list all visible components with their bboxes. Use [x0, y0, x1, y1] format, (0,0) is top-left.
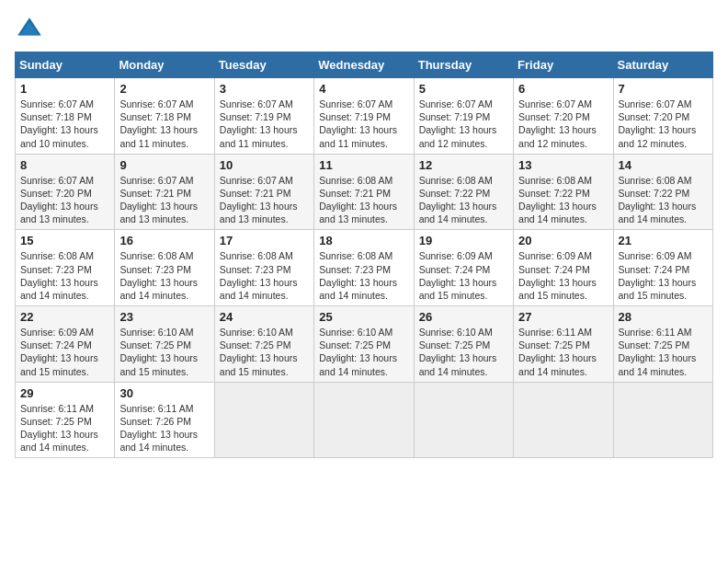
calendar-cell: 22 Sunrise: 6:09 AMSunset: 7:24 PMDaylig…	[16, 306, 115, 383]
calendar-cell: 28 Sunrise: 6:11 AMSunset: 7:25 PMDaylig…	[613, 306, 712, 383]
day-info: Sunrise: 6:07 AMSunset: 7:20 PMDaylight:…	[518, 98, 597, 149]
day-info: Sunrise: 6:09 AMSunset: 7:24 PMDaylight:…	[518, 250, 597, 301]
weekday-header: Thursday	[414, 52, 513, 78]
calendar-cell: 30 Sunrise: 6:11 AMSunset: 7:26 PMDaylig…	[115, 382, 214, 458]
day-number: 5	[419, 82, 508, 96]
day-info: Sunrise: 6:11 AMSunset: 7:25 PMDaylight:…	[619, 327, 697, 377]
day-number: 21	[619, 234, 708, 247]
logo	[15, 15, 48, 44]
weekday-header: Wednesday	[314, 52, 414, 78]
day-number: 18	[319, 234, 408, 247]
calendar-cell: 9 Sunrise: 6:07 AMSunset: 7:21 PMDayligh…	[115, 154, 214, 230]
calendar-cell: 16 Sunrise: 6:08 AMSunset: 7:23 PMDaylig…	[115, 230, 214, 306]
calendar-cell: 12 Sunrise: 6:08 AMSunset: 7:22 PMDaylig…	[414, 154, 513, 230]
day-number: 22	[20, 310, 109, 324]
calendar-week-row: 22 Sunrise: 6:09 AMSunset: 7:24 PMDaylig…	[16, 306, 713, 383]
day-number: 19	[419, 234, 508, 247]
calendar-cell: 14 Sunrise: 6:08 AMSunset: 7:22 PMDaylig…	[613, 154, 712, 230]
day-info: Sunrise: 6:08 AMSunset: 7:22 PMDaylight:…	[619, 175, 697, 225]
calendar-body: 1 Sunrise: 6:07 AMSunset: 7:18 PMDayligh…	[16, 78, 713, 458]
calendar-cell: 5 Sunrise: 6:07 AMSunset: 7:19 PMDayligh…	[414, 78, 513, 155]
day-info: Sunrise: 6:07 AMSunset: 7:18 PMDaylight:…	[20, 98, 98, 149]
calendar-cell: 26 Sunrise: 6:10 AMSunset: 7:25 PMDaylig…	[414, 306, 513, 383]
day-number: 20	[518, 234, 608, 247]
day-info: Sunrise: 6:09 AMSunset: 7:24 PMDaylight:…	[619, 250, 697, 301]
day-info: Sunrise: 6:10 AMSunset: 7:25 PMDaylight:…	[220, 327, 298, 377]
day-number: 23	[119, 310, 209, 324]
day-info: Sunrise: 6:11 AMSunset: 7:25 PMDaylight:…	[20, 403, 98, 454]
day-info: Sunrise: 6:07 AMSunset: 7:20 PMDaylight:…	[619, 98, 697, 149]
day-info: Sunrise: 6:08 AMSunset: 7:23 PMDaylight:…	[319, 250, 397, 301]
calendar-cell	[613, 382, 712, 458]
calendar-cell: 4 Sunrise: 6:07 AMSunset: 7:19 PMDayligh…	[314, 78, 414, 155]
day-number: 11	[319, 158, 408, 172]
day-number: 6	[518, 82, 608, 96]
weekday-header: Saturday	[613, 52, 712, 78]
calendar-cell: 13 Sunrise: 6:08 AMSunset: 7:22 PMDaylig…	[514, 154, 613, 230]
calendar-cell: 21 Sunrise: 6:09 AMSunset: 7:24 PMDaylig…	[613, 230, 712, 306]
day-number: 15	[20, 234, 109, 247]
day-number: 16	[119, 234, 209, 247]
day-info: Sunrise: 6:10 AMSunset: 7:25 PMDaylight:…	[319, 327, 397, 377]
header-row: SundayMondayTuesdayWednesdayThursdayFrid…	[16, 52, 713, 78]
weekday-header: Sunday	[16, 52, 115, 78]
calendar-cell: 7 Sunrise: 6:07 AMSunset: 7:20 PMDayligh…	[613, 78, 712, 155]
calendar-cell: 2 Sunrise: 6:07 AMSunset: 7:18 PMDayligh…	[115, 78, 214, 155]
day-info: Sunrise: 6:07 AMSunset: 7:21 PMDaylight:…	[119, 175, 198, 225]
weekday-header: Friday	[514, 52, 613, 78]
calendar-cell: 17 Sunrise: 6:08 AMSunset: 7:23 PMDaylig…	[214, 230, 313, 306]
day-info: Sunrise: 6:07 AMSunset: 7:19 PMDaylight:…	[419, 98, 497, 149]
day-number: 10	[220, 158, 309, 172]
calendar-week-row: 8 Sunrise: 6:07 AMSunset: 7:20 PMDayligh…	[16, 154, 713, 230]
calendar-cell: 8 Sunrise: 6:07 AMSunset: 7:20 PMDayligh…	[16, 154, 115, 230]
calendar-cell	[314, 382, 414, 458]
calendar-table: SundayMondayTuesdayWednesdayThursdayFrid…	[15, 52, 713, 458]
day-info: Sunrise: 6:08 AMSunset: 7:21 PMDaylight:…	[319, 175, 397, 225]
day-info: Sunrise: 6:07 AMSunset: 7:19 PMDaylight:…	[220, 98, 298, 149]
calendar-cell	[414, 382, 513, 458]
calendar-cell: 11 Sunrise: 6:08 AMSunset: 7:21 PMDaylig…	[314, 154, 414, 230]
calendar-cell: 27 Sunrise: 6:11 AMSunset: 7:25 PMDaylig…	[514, 306, 613, 383]
calendar-cell: 15 Sunrise: 6:08 AMSunset: 7:23 PMDaylig…	[16, 230, 115, 306]
day-info: Sunrise: 6:08 AMSunset: 7:22 PMDaylight:…	[419, 175, 497, 225]
day-number: 2	[119, 82, 209, 96]
calendar-week-row: 1 Sunrise: 6:07 AMSunset: 7:18 PMDayligh…	[16, 78, 713, 155]
day-info: Sunrise: 6:10 AMSunset: 7:25 PMDaylight:…	[119, 327, 198, 377]
logo-icon	[15, 15, 44, 44]
day-info: Sunrise: 6:10 AMSunset: 7:25 PMDaylight:…	[419, 327, 497, 377]
calendar-cell: 10 Sunrise: 6:07 AMSunset: 7:21 PMDaylig…	[214, 154, 313, 230]
calendar-cell	[514, 382, 613, 458]
day-number: 17	[220, 234, 309, 247]
weekday-header: Tuesday	[214, 52, 313, 78]
calendar-cell: 6 Sunrise: 6:07 AMSunset: 7:20 PMDayligh…	[514, 78, 613, 155]
calendar-header: SundayMondayTuesdayWednesdayThursdayFrid…	[16, 52, 713, 78]
day-info: Sunrise: 6:09 AMSunset: 7:24 PMDaylight:…	[20, 327, 98, 377]
calendar-cell: 20 Sunrise: 6:09 AMSunset: 7:24 PMDaylig…	[514, 230, 613, 306]
calendar-cell: 23 Sunrise: 6:10 AMSunset: 7:25 PMDaylig…	[115, 306, 214, 383]
day-info: Sunrise: 6:07 AMSunset: 7:21 PMDaylight:…	[220, 175, 298, 225]
calendar-cell: 25 Sunrise: 6:10 AMSunset: 7:25 PMDaylig…	[314, 306, 414, 383]
calendar-cell: 29 Sunrise: 6:11 AMSunset: 7:25 PMDaylig…	[16, 382, 115, 458]
calendar-cell: 18 Sunrise: 6:08 AMSunset: 7:23 PMDaylig…	[314, 230, 414, 306]
day-number: 8	[20, 158, 109, 172]
day-info: Sunrise: 6:08 AMSunset: 7:22 PMDaylight:…	[518, 175, 597, 225]
day-number: 27	[518, 310, 608, 324]
day-number: 3	[220, 82, 309, 96]
day-number: 30	[119, 386, 209, 400]
page-header	[15, 15, 713, 44]
calendar-week-row: 15 Sunrise: 6:08 AMSunset: 7:23 PMDaylig…	[16, 230, 713, 306]
day-number: 26	[419, 310, 508, 324]
day-info: Sunrise: 6:07 AMSunset: 7:20 PMDaylight:…	[20, 175, 98, 225]
weekday-header: Monday	[115, 52, 214, 78]
day-number: 14	[619, 158, 708, 172]
calendar-week-row: 29 Sunrise: 6:11 AMSunset: 7:25 PMDaylig…	[16, 382, 713, 458]
day-number: 28	[619, 310, 708, 324]
day-number: 1	[20, 82, 109, 96]
day-info: Sunrise: 6:07 AMSunset: 7:18 PMDaylight:…	[119, 98, 198, 149]
day-number: 25	[319, 310, 408, 324]
day-info: Sunrise: 6:09 AMSunset: 7:24 PMDaylight:…	[419, 250, 497, 301]
day-info: Sunrise: 6:11 AMSunset: 7:25 PMDaylight:…	[518, 327, 597, 377]
day-info: Sunrise: 6:07 AMSunset: 7:19 PMDaylight:…	[319, 98, 397, 149]
calendar-cell: 3 Sunrise: 6:07 AMSunset: 7:19 PMDayligh…	[214, 78, 313, 155]
day-info: Sunrise: 6:08 AMSunset: 7:23 PMDaylight:…	[119, 250, 198, 301]
